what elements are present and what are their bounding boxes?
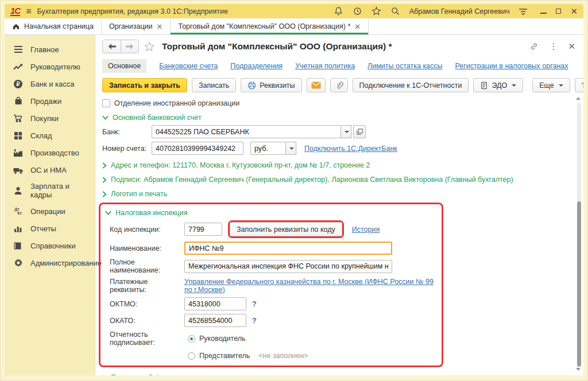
scroll-down-arrow-icon[interactable] (576, 368, 581, 371)
name-label: Наименование: (110, 244, 184, 252)
more-menu-icon[interactable]: ⋮ (549, 41, 558, 52)
ruble-circle-icon: ₽ (13, 79, 24, 89)
chevron-right-icon (102, 375, 107, 376)
dropdown-caret-icon (512, 84, 516, 87)
sidebar-item-sales[interactable]: Продажи (5, 92, 95, 110)
sidebar-item-warehouse[interactable]: Склад (5, 127, 95, 144)
payment-requisites-link[interactable]: Управление Федерального казначейства по … (184, 278, 436, 294)
sidebar-item-bank-cash[interactable]: ₽ Банк и касса (5, 75, 95, 92)
current-user[interactable]: Абрамов Геннадий Сергеевич (409, 7, 510, 15)
service-menu-icon[interactable] (519, 7, 528, 15)
sidebar-item-main[interactable]: Главное (5, 41, 95, 58)
scrollbar-thumb[interactable] (577, 201, 581, 367)
account-number-input[interactable] (152, 142, 243, 155)
connect-1c-reporting-button[interactable]: Подключение к 1С-Отчетности (353, 78, 469, 92)
back-button[interactable] (103, 40, 121, 53)
okato-input[interactable] (184, 314, 246, 327)
search-icon[interactable] (390, 6, 400, 16)
trend-chart-icon (13, 61, 24, 72)
nav-tax-registrations[interactable]: Регистрации в налоговых органах (455, 62, 568, 70)
tax-inspection-highlight-box: Налоговая инспекция Код инспекции: Запол… (99, 203, 443, 367)
fill-requisites-button[interactable]: Заполнить реквизиты по коду (230, 222, 342, 236)
gear-icon (13, 258, 24, 268)
nav-main[interactable]: Основное (102, 59, 146, 73)
okato-help-icon[interactable]: ? (252, 317, 257, 325)
book-icon (13, 240, 24, 251)
section-main-bank-account[interactable]: Основной банковский счет (102, 114, 575, 122)
nav-departments[interactable]: Подразделения (230, 62, 283, 70)
sidebar-item-production[interactable]: Производство (5, 144, 95, 161)
sidebar-item-operations[interactable]: ДтКт Операции (5, 203, 95, 220)
more-button[interactable]: Еще (532, 78, 570, 92)
section-logo-stamp[interactable]: Логотип и печать (102, 190, 575, 198)
paperclip-icon (335, 81, 343, 90)
save-and-close-button[interactable]: Записать и закрыть (102, 78, 187, 92)
main-menu-icon[interactable]: ≡ (26, 7, 31, 16)
sections-sidebar: Главное Руководителю ₽ Банк и касса Прод… (5, 35, 95, 375)
minimize-button[interactable] (540, 9, 547, 14)
foreign-branch-checkbox[interactable] (102, 99, 110, 107)
boxes-grid-icon (13, 130, 24, 141)
edo-button[interactable]: ЭДО (473, 78, 523, 92)
bank-open-button[interactable] (353, 125, 366, 138)
sidebar-item-fixed-assets[interactable]: ОС и НМА (5, 161, 95, 178)
oktmo-input[interactable] (184, 297, 246, 310)
currency-dropdown-button[interactable] (286, 142, 296, 155)
directbank-link[interactable]: Подключить 1С:ДиректБанк (304, 145, 397, 153)
inspection-code-input[interactable] (184, 223, 222, 236)
save-button[interactable]: Записать (192, 78, 236, 92)
truck-icon (13, 165, 24, 175)
oktmo-help-icon[interactable]: ? (252, 300, 257, 308)
tab-organizations[interactable]: Организации ✕ (102, 18, 171, 34)
history-link[interactable]: История (352, 226, 380, 234)
favorites-star-icon[interactable] (372, 6, 381, 16)
close-window-button[interactable]: ✕ (570, 7, 578, 15)
sidebar-item-administration[interactable]: Администрирование (5, 254, 95, 271)
currency-input[interactable] (250, 142, 286, 155)
favorite-star-icon[interactable] (144, 41, 155, 52)
menu-lines-icon (13, 44, 24, 55)
tab-organization-card[interactable]: Торговый дом "Комплексный" ООО (Организа… (171, 18, 369, 34)
section-tax-inspection[interactable]: Налоговая инспекция (105, 209, 436, 217)
nav-cash-limits[interactable]: Лимиты остатка кассы (368, 62, 442, 70)
name-input[interactable] (184, 242, 392, 255)
maximize-button[interactable] (556, 9, 561, 14)
close-form-icon[interactable]: ✕ (568, 41, 575, 52)
full-name-input[interactable] (184, 260, 392, 273)
nav-accounting-policy[interactable]: Учетная политика (295, 62, 355, 70)
factory-icon (13, 147, 24, 158)
signer-director-radio[interactable] (188, 335, 195, 343)
notifications-bell-icon[interactable] (334, 6, 343, 16)
send-email-button[interactable] (307, 78, 326, 92)
bank-dropdown-button[interactable] (341, 125, 351, 138)
close-tab-icon[interactable]: ✕ (157, 22, 163, 31)
sidebar-item-directories[interactable]: Справочники (5, 237, 95, 254)
sidebar-item-purchases[interactable]: Покупки (5, 110, 95, 127)
help-button[interactable]: ? (575, 78, 583, 92)
bank-input[interactable] (152, 125, 341, 138)
section-address-phone[interactable]: Адрес и телефон: 121170, Москва г, Кутуз… (102, 161, 575, 169)
chevron-right-icon (102, 177, 107, 183)
link-chain-icon[interactable] (529, 42, 539, 51)
full-name-label: Полное наименование: (110, 258, 184, 274)
signer-label: Отчетность подписывает: (110, 331, 188, 347)
section-signatures[interactable]: Подписи: Абрамов Геннадий Сергеевич (Ген… (102, 176, 575, 184)
bar-chart-icon (13, 223, 24, 234)
section-pension-fund[interactable]: Пенсионный фонд (102, 374, 575, 375)
close-tab-icon[interactable]: ✕ (354, 22, 361, 31)
history-icon[interactable] (353, 6, 362, 16)
envelope-icon (311, 81, 321, 89)
sidebar-item-reports[interactable]: Отчеты (5, 220, 95, 237)
tab-home[interactable]: Начальная страница (5, 18, 102, 34)
nav-bank-accounts[interactable]: Банковские счета (159, 62, 218, 70)
requisites-button[interactable]: Реквизиты (241, 78, 301, 92)
attachments-button[interactable] (330, 78, 348, 92)
forward-button[interactable] (121, 40, 138, 53)
sidebar-item-manager[interactable]: Руководителю (5, 58, 95, 75)
scroll-up-arrow-icon[interactable] (576, 97, 581, 100)
signer-representative-radio[interactable] (188, 352, 195, 360)
person-icon (13, 185, 24, 196)
titlebar: 1С ≡ Бухгалтерия предприятия, редакция 3… (5, 4, 583, 18)
oktmo-label: ОКТМО: (110, 300, 184, 308)
sidebar-item-payroll-hr[interactable]: Зарплата и кадры (5, 178, 95, 203)
